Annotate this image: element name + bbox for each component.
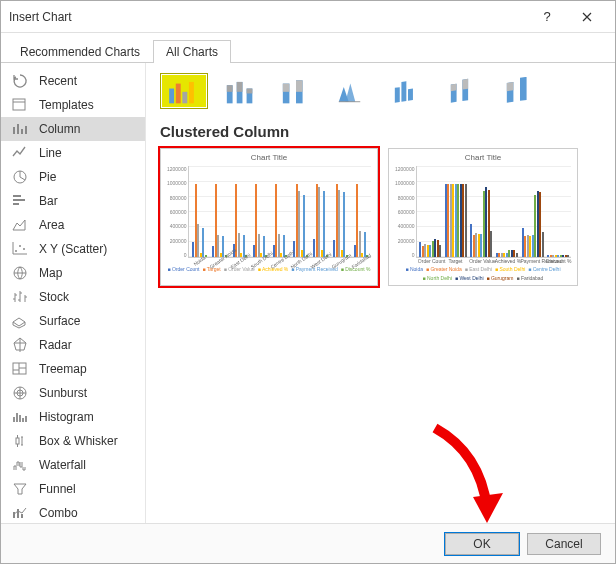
sidebar-item-bar[interactable]: Bar: [1, 189, 145, 213]
recent-icon: [11, 72, 29, 90]
waterfall-icon: [11, 456, 29, 474]
sidebar-item-waterfall[interactable]: Waterfall: [1, 453, 145, 477]
svg-rect-9: [16, 438, 19, 444]
sidebar-item-label: Templates: [39, 98, 94, 112]
sidebar-item-label: Bar: [39, 194, 58, 208]
subtype-thumb-0[interactable]: [160, 73, 208, 109]
subtype-thumb-6[interactable]: [496, 73, 544, 109]
svg-rect-26: [408, 89, 413, 101]
sidebar-item-label: Combo: [39, 506, 78, 520]
sidebar-item-funnel[interactable]: Funnel: [1, 477, 145, 501]
subtype-thumb-2[interactable]: [272, 73, 320, 109]
sidebar-item-label: Histogram: [39, 410, 94, 424]
sidebar-item-surface[interactable]: Surface: [1, 309, 145, 333]
svg-rect-15: [227, 85, 233, 92]
chart-preview-1[interactable]: Chart Title 1200000100000080000060000040…: [160, 148, 378, 286]
svg-point-2: [15, 250, 17, 252]
subtype-thumb-4[interactable]: [384, 73, 432, 109]
subtype-row: [160, 73, 601, 109]
svg-rect-28: [451, 84, 457, 91]
svg-rect-17: [237, 82, 243, 92]
svg-rect-25: [401, 81, 406, 101]
subtype-heading: Clustered Column: [160, 123, 601, 140]
content-pane: Clustered Column Chart Title 12000001000…: [146, 63, 615, 525]
sidebar-item-treemap[interactable]: Treemap: [1, 357, 145, 381]
svg-rect-30: [462, 79, 468, 90]
sidebar-item-x-y-scatter-[interactable]: X Y (Scatter): [1, 237, 145, 261]
sidebar-item-label: Funnel: [39, 482, 76, 496]
sidebar-item-column[interactable]: Column: [1, 117, 145, 141]
chart-type-sidebar: RecentTemplatesColumnLinePieBarAreaX Y (…: [1, 63, 146, 525]
subtype-thumb-5[interactable]: [440, 73, 488, 109]
funnel-icon: [11, 480, 29, 498]
sidebar-item-combo[interactable]: Combo: [1, 501, 145, 525]
svg-point-4: [23, 248, 25, 250]
stock-icon: [11, 288, 29, 306]
close-button[interactable]: [567, 1, 607, 32]
box-whisker-icon: [11, 432, 29, 450]
sunburst-icon: [11, 384, 29, 402]
surface-icon: [11, 312, 29, 330]
close-icon: [582, 12, 592, 22]
sidebar-item-label: Waterfall: [39, 458, 86, 472]
sidebar-item-label: Pie: [39, 170, 56, 184]
ok-button[interactable]: OK: [445, 533, 519, 555]
sidebar-item-label: Map: [39, 266, 62, 280]
svg-rect-0: [13, 99, 25, 110]
sidebar-item-line[interactable]: Line: [1, 141, 145, 165]
tab-recommended[interactable]: Recommended Charts: [7, 40, 153, 63]
sidebar-item-label: Radar: [39, 338, 72, 352]
tab-all-charts[interactable]: All Charts: [153, 40, 231, 63]
dialog-footer: OK Cancel: [1, 523, 615, 563]
tab-bar: Recommended Charts All Charts: [1, 33, 615, 63]
histogram-icon: [11, 408, 29, 426]
x-y-scatter--icon: [11, 240, 29, 258]
radar-icon: [11, 336, 29, 354]
sidebar-item-pie[interactable]: Pie: [1, 165, 145, 189]
sidebar-item-sunburst[interactable]: Sunburst: [1, 381, 145, 405]
svg-rect-24: [395, 87, 400, 103]
sidebar-item-label: Recent: [39, 74, 77, 88]
sidebar-item-label: Box & Whisker: [39, 434, 118, 448]
svg-rect-23: [296, 80, 303, 92]
svg-rect-21: [283, 84, 290, 92]
area-icon: [11, 216, 29, 234]
sidebar-item-label: Sunburst: [39, 386, 87, 400]
pie-icon: [11, 168, 29, 186]
sidebar-item-label: X Y (Scatter): [39, 242, 107, 256]
sidebar-item-label: Surface: [39, 314, 80, 328]
svg-rect-13: [189, 82, 194, 103]
sidebar-item-radar[interactable]: Radar: [1, 333, 145, 357]
combo-icon: [11, 504, 29, 522]
sidebar-item-stock[interactable]: Stock: [1, 285, 145, 309]
templates-icon: [11, 96, 29, 114]
titlebar: Insert Chart ?: [1, 1, 615, 33]
line-icon: [11, 144, 29, 162]
sidebar-item-recent[interactable]: Recent: [1, 69, 145, 93]
svg-rect-32: [507, 82, 514, 91]
column-icon: [11, 120, 29, 138]
main-area: RecentTemplatesColumnLinePieBarAreaX Y (…: [1, 63, 615, 525]
sidebar-item-label: Area: [39, 218, 64, 232]
help-button[interactable]: ?: [527, 1, 567, 32]
sidebar-item-box-whisker[interactable]: Box & Whisker: [1, 429, 145, 453]
chart-preview-2[interactable]: Chart Title 1200000100000080000060000040…: [388, 148, 578, 286]
svg-rect-33: [520, 77, 527, 101]
sidebar-item-label: Line: [39, 146, 62, 160]
preview-row: Chart Title 1200000100000080000060000040…: [160, 148, 601, 286]
sidebar-item-area[interactable]: Area: [1, 213, 145, 237]
svg-rect-12: [182, 92, 187, 104]
svg-rect-19: [247, 89, 253, 94]
svg-rect-10: [169, 89, 174, 104]
cancel-button[interactable]: Cancel: [527, 533, 601, 555]
sidebar-item-templates[interactable]: Templates: [1, 93, 145, 117]
preview1-title: Chart Title: [167, 153, 371, 162]
sidebar-item-label: Stock: [39, 290, 69, 304]
subtype-thumb-1[interactable]: [216, 73, 264, 109]
svg-point-3: [19, 245, 21, 247]
sidebar-item-map[interactable]: Map: [1, 261, 145, 285]
subtype-thumb-3[interactable]: [328, 73, 376, 109]
sidebar-item-histogram[interactable]: Histogram: [1, 405, 145, 429]
sidebar-item-label: Treemap: [39, 362, 87, 376]
preview2-title: Chart Title: [395, 153, 571, 162]
